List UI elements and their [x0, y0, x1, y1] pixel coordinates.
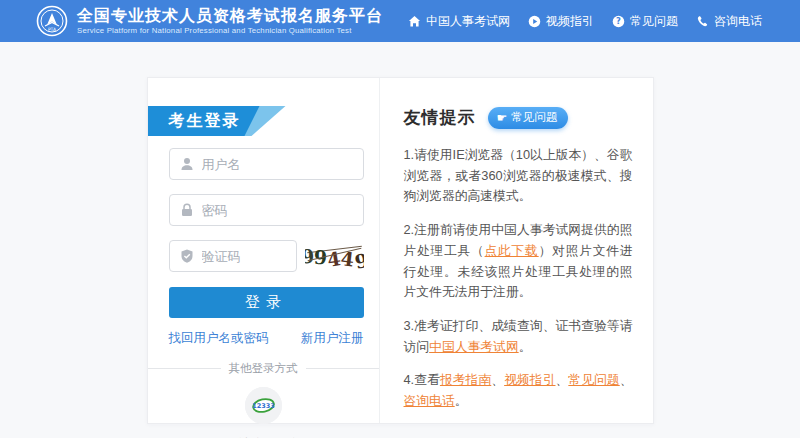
nav-item-label: 常见问题	[630, 13, 678, 30]
shield-icon	[179, 248, 195, 264]
gov-login-block: 12333 人社政务平台	[148, 387, 379, 438]
tip-inline-link[interactable]: 点此下载	[485, 243, 539, 258]
tip-inline-link[interactable]: 中国人事考试网	[429, 339, 519, 354]
header-nav: 中国人事考试网 视频指引 ? 常见问题 咨询电话	[408, 13, 762, 30]
tips-panel: 友情提示 ☛ 常见问题 1.请使用IE浏览器（10以上版本）、谷歌浏览器，或者3…	[380, 78, 653, 423]
brand-text: 全国专业技术人员资格考试报名服务平台 Service Platform for …	[77, 7, 383, 36]
register-link[interactable]: 新用户注册	[301, 330, 364, 347]
lock-icon	[179, 202, 195, 218]
tip-inline-link[interactable]: 咨询电话	[404, 393, 455, 408]
play-circle-icon	[528, 15, 541, 28]
nav-item-label: 咨询电话	[714, 13, 762, 30]
captcha-char: 9	[353, 250, 363, 271]
question-circle-icon: ?	[612, 15, 625, 28]
top-header: PTA 全国专业技术人员资格考试报名服务平台 Service Platform …	[0, 0, 800, 42]
tips-title: 友情提示	[404, 106, 476, 129]
nav-item-label: 视频指引	[546, 13, 594, 30]
nav-item-cpta-site[interactable]: 中国人事考试网	[408, 13, 510, 30]
captcha-image[interactable]: 99449	[305, 240, 364, 272]
other-login-label: 其他登录方式	[229, 361, 298, 376]
login-links-row: 找回用户名或密码 新用户注册	[169, 330, 364, 347]
tip-item-2: 2.注册前请使用中国人事考试网提供的照片处理工具（点此下载）对照片文件进行处理。…	[404, 220, 633, 303]
login-title: 考生登录	[148, 106, 260, 136]
home-icon	[408, 15, 421, 28]
gov-platform-logo-icon[interactable]: 12333	[245, 387, 282, 424]
tip-item-3: 3.准考证打印、成绩查询、证书查验等请访问中国人事考试网。	[404, 316, 633, 357]
tip-inline-link[interactable]: 视频指引	[504, 372, 555, 387]
other-login-divider: 其他登录方式	[148, 361, 379, 376]
phone-icon	[696, 15, 709, 28]
tip-item-4: 4.查看报考指南、视频指引、常见问题、咨询电话。	[404, 370, 633, 411]
svg-text:PTA: PTA	[48, 27, 57, 32]
login-button[interactable]: 登录	[169, 287, 364, 318]
main-content: 考生登录 99449 登录	[0, 77, 800, 424]
pointing-hand-icon: ☛	[497, 112, 508, 124]
login-title-banner: 考生登录	[148, 106, 379, 136]
forgot-credentials-link[interactable]: 找回用户名或密码	[169, 330, 269, 347]
faq-pill-label: 常见问题	[511, 110, 557, 125]
nav-item-hotline[interactable]: 咨询电话	[696, 13, 762, 30]
nav-item-label: 中国人事考试网	[426, 13, 510, 30]
nav-item-faq[interactable]: ? 常见问题	[612, 13, 678, 30]
brand: PTA 全国专业技术人员资格考试报名服务平台 Service Platform …	[36, 5, 383, 37]
tip-item-1: 1.请使用IE浏览器（10以上版本）、谷歌浏览器，或者360浏览器的极速模式、搜…	[404, 145, 633, 207]
password-field-wrap	[169, 194, 364, 226]
username-input[interactable]	[170, 149, 363, 179]
svg-text:12333: 12333	[252, 402, 275, 410]
user-icon	[179, 156, 195, 172]
tip-inline-link[interactable]: 常见问题	[568, 372, 619, 387]
page-title: 全国专业技术人员资格考试报名服务平台	[77, 7, 383, 25]
captcha-row: 99449	[169, 240, 364, 286]
login-card: 考生登录 99449 登录	[147, 77, 654, 424]
nav-item-video-guide[interactable]: 视频指引	[528, 13, 594, 30]
tips-header: 友情提示 ☛ 常见问题	[404, 106, 633, 129]
password-input[interactable]	[170, 195, 363, 225]
platform-logo-icon: PTA	[36, 5, 68, 37]
login-form: 99449 登录 找回用户名或密码 新用户注册	[148, 136, 379, 347]
faq-pill-button[interactable]: ☛ 常见问题	[488, 107, 569, 129]
page-subtitle: Service Platform for National Profession…	[77, 25, 359, 35]
captcha-field-wrap	[169, 240, 297, 272]
login-panel: 考生登录 99449 登录	[148, 78, 380, 423]
tip-inline-link[interactable]: 报考指南	[440, 372, 491, 387]
username-field-wrap	[169, 148, 364, 180]
svg-text:?: ?	[616, 16, 621, 26]
